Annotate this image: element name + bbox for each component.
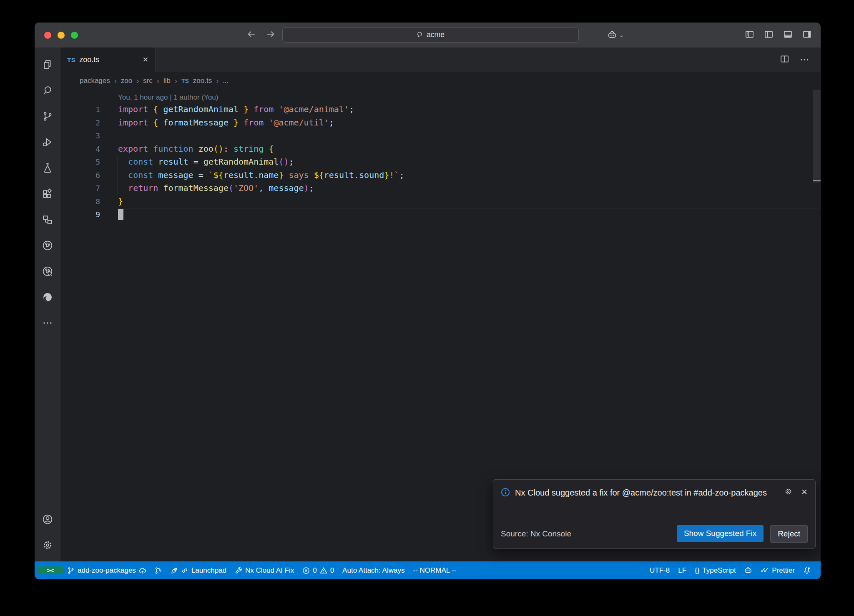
code-text [118,208,821,221]
copilot-menu-button[interactable]: ⌄ [607,30,624,40]
split-editor-button[interactable] [780,55,789,65]
activity-bar-accounts[interactable] [35,506,60,532]
status-auto-attach-label: Auto Attach: Always [342,566,404,575]
extensions-icon [42,188,53,200]
wrench-icon [235,567,242,574]
vim-block-cursor [118,209,123,220]
status-notifications[interactable] [799,561,815,579]
status-copilot[interactable] [740,561,756,579]
show-suggested-fix-button[interactable]: Show Suggested Fix [677,525,764,542]
status-git-branch[interactable]: add-zoo-packages [63,561,151,579]
status-prettier[interactable]: ✓✓Prettier [756,561,799,579]
tab-zoo-ts[interactable]: TS zoo.ts ✕ [60,48,156,72]
cloudup-icon [139,567,146,574]
arrow-left-icon [246,29,256,39]
activity-bar-run-and-debug[interactable] [35,129,60,155]
split-editor-icon [780,55,789,63]
status-prettier-label: Prettier [772,566,795,575]
typescript-file-icon: TS [181,78,189,84]
vscode-window: acme ⌄ [35,23,821,579]
status-auto-attach[interactable]: Auto Attach: Always [338,561,409,579]
activity-bar-nx-console-cloud[interactable] [35,258,60,284]
editor-scrollbar[interactable] [813,90,821,183]
layout-grid-icon [745,30,754,39]
status-encoding[interactable]: UTF-8 [646,561,674,579]
activity-bar-project-details[interactable] [35,207,60,233]
status-launchpad[interactable]: Launchpad [166,561,231,579]
status-nx-cloud-ai-fix-label: Nx Cloud AI Fix [245,566,294,575]
code-line-1[interactable]: 1import { getRandomAnimal } from '@acme/… [60,103,821,116]
status-eol[interactable]: LF [674,561,691,579]
chevron-right-icon: › [157,77,159,85]
toggle-secondary-sidebar-button[interactable] [803,30,811,40]
rocket-icon [171,567,178,574]
editor-more-actions-button[interactable]: ⋯ [800,54,810,65]
code-line-7[interactable]: 7 return formatMessage('ZOO', message); [60,182,821,195]
activity-bar-settings[interactable] [35,532,60,558]
tab-close-button[interactable]: ✕ [143,55,148,64]
search-icon [417,31,424,38]
code-line-8[interactable]: 8} [60,195,821,208]
edge-browser-icon [42,291,53,303]
gitlens-blame-annotation[interactable]: You, 1 hour ago | 1 author (You) [118,92,821,103]
status-launchpad-label: Launchpad [191,566,226,575]
typescript-file-icon: TS [67,56,75,63]
graph-icon [155,567,162,574]
command-center-search[interactable]: acme [282,27,579,43]
notification-source: Source: Nx Console [501,529,571,538]
code-line-3[interactable]: 3 [60,129,821,143]
status-language-mode[interactable]: {}TypeScript [691,561,740,579]
notification-close-button[interactable]: ✕ [801,487,808,497]
close-window-button[interactable] [44,32,51,39]
notification-message: Nx Cloud suggested a fix for @acme/zoo:t… [515,486,773,499]
status-eol-label: LF [678,566,686,575]
status-remote-indicator[interactable]: >< [37,566,63,574]
breadcrumb-packages[interactable]: packages [80,77,110,85]
minimize-window-button[interactable] [58,32,65,39]
code-text: } [118,195,821,208]
activity-bar-testing[interactable] [35,155,60,181]
activity-bar-edge-browser[interactable] [35,284,60,310]
nx-console-icon [42,240,53,251]
activity-bar-source-control[interactable] [35,103,60,129]
code-line-5[interactable]: 5 const result = getRandomAnimal(); [60,155,821,169]
forward-button[interactable] [266,29,276,41]
status-problems[interactable]: 00 [298,561,338,579]
code-line-6[interactable]: 6 const message = `${result.name} says $… [60,169,821,182]
code-line-4[interactable]: 4export function zoo(): string { [60,143,821,156]
customize-layout-button[interactable] [745,30,754,40]
activity-bar-search[interactable] [35,78,60,103]
notification-settings-button[interactable] [784,487,793,498]
nx-console-cloud-icon [42,265,53,277]
breadcrumb-symbol-overflow[interactable]: ... [223,77,229,85]
notification-toast: Nx Cloud suggested a fix for @acme/zoo:t… [493,479,816,549]
breadcrumb-file[interactable]: zoo.ts [193,77,212,85]
zoom-window-button[interactable] [71,32,78,39]
bell-icon [803,567,811,574]
back-button[interactable] [246,29,256,41]
title-bar: acme ⌄ [35,23,821,48]
reject-button[interactable]: Reject [770,525,808,543]
activity-bar-explorer[interactable] [35,52,60,78]
toggle-primary-sidebar-button[interactable] [764,30,773,40]
line-number: 6 [60,169,100,182]
breadcrumb-zoo[interactable]: zoo [121,77,132,85]
activity-bar-nx-console[interactable] [35,233,60,258]
status-encoding-label: UTF-8 [650,566,670,575]
status-nx-cloud-ai-fix[interactable]: Nx Cloud AI Fix [231,561,298,579]
activity-bar-extensions[interactable] [35,181,60,207]
chevron-right-icon: › [114,77,117,85]
search-icon [42,85,53,96]
breadcrumb-lib[interactable]: lib [163,77,171,85]
toggle-panel-button[interactable] [784,30,792,40]
tab-label: zoo.ts [79,55,99,64]
chevron-right-icon: › [136,77,139,85]
activity-bar-more-views[interactable] [35,310,60,336]
breadcrumb-src[interactable]: src [143,77,153,85]
code-line-2[interactable]: 2import { formatMessage } from '@acme/ut… [60,116,821,130]
run-and-debug-icon [42,136,53,148]
testing-icon [42,162,53,174]
code-line-9[interactable]: 9 [60,208,821,221]
status-vim-mode[interactable]: -- NORMAL -- [409,561,460,579]
status-source-control-graph[interactable] [151,561,166,579]
